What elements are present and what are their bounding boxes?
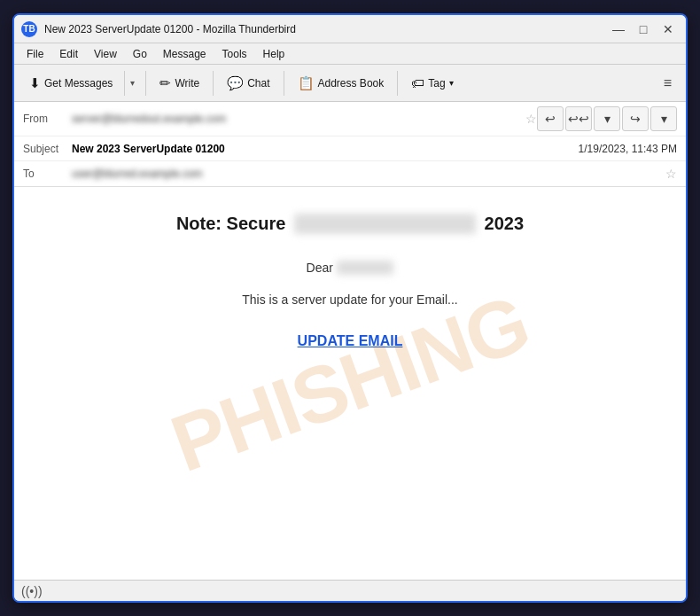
from-label: From [23, 113, 72, 125]
email-body: PHISHING Note: Secure someone@email.com … [14, 187, 686, 580]
email-date: 1/19/2023, 11:43 PM [579, 143, 677, 155]
separator-4 [397, 71, 398, 96]
get-messages-button[interactable]: ⬇ Get Messages [21, 71, 121, 96]
menu-bar: File Edit View Go Message Tools Help [14, 43, 686, 65]
get-messages-dropdown[interactable]: ▾ [124, 71, 140, 96]
to-label: To [23, 168, 72, 180]
to-value: user@blurred.example.com [72, 168, 660, 180]
address-book-icon: 📋 [298, 75, 315, 91]
separator-2 [213, 71, 214, 96]
address-book-button[interactable]: 📋 Address Book [290, 71, 393, 96]
reply-dropdown[interactable]: ▾ [594, 106, 620, 131]
menu-message[interactable]: Message [156, 46, 214, 62]
window-controls: — □ ✕ [608, 20, 679, 38]
tag-dropdown-arrow: ▾ [449, 78, 454, 88]
write-button[interactable]: ✏ Write [152, 71, 207, 96]
hamburger-menu[interactable]: ≡ [657, 72, 679, 95]
email-header: From server@blurredout.example.com ☆ ↩ ↩… [14, 102, 686, 187]
from-value: server@blurredout.example.com [72, 113, 520, 125]
email-dear: Dear Username [307, 261, 394, 275]
app-icon: TB [21, 21, 37, 37]
more-button[interactable]: ▾ [650, 106, 677, 131]
menu-file[interactable]: File [19, 46, 51, 62]
maximize-button[interactable]: □ [633, 20, 654, 38]
window-title: New 2023 ServerUpdate 01200 - Mozilla Th… [44, 23, 608, 35]
tag-icon: 🏷 [411, 75, 424, 90]
menu-help[interactable]: Help [256, 46, 292, 62]
dear-name-blurred: Username [337, 261, 394, 275]
email-blurred: someone@email.com [294, 214, 476, 234]
tag-button[interactable]: 🏷 Tag ▾ [403, 71, 461, 95]
main-window: TB New 2023 ServerUpdate 01200 - Mozilla… [12, 13, 688, 603]
toolbar: ⬇ Get Messages ▾ ✏ Write 💬 Chat 📋 Addres… [14, 65, 686, 102]
update-email-link[interactable]: UPDATE EMAIL [298, 333, 403, 349]
chat-icon: 💬 [227, 75, 244, 91]
star-icon[interactable]: ☆ [525, 112, 537, 126]
separator-3 [284, 71, 284, 96]
email-note-title: Note: Secure someone@email.com 2023 [176, 214, 524, 234]
title-bar: TB New 2023 ServerUpdate 01200 - Mozilla… [14, 15, 686, 43]
subject-row: Subject New 2023 ServerUpdate 01200 1/19… [14, 136, 686, 161]
close-button[interactable]: ✕ [657, 20, 679, 38]
get-messages-icon: ⬇ [29, 75, 41, 91]
email-body-text: This is a server update for your Email..… [242, 292, 458, 307]
reply-buttons: ↩ ↩↩ ▾ ↪ ▾ [537, 106, 677, 131]
menu-go[interactable]: Go [126, 46, 154, 62]
forward-button[interactable]: ↪ [622, 106, 649, 131]
write-icon: ✏ [159, 75, 171, 91]
status-bar: ((•)) [14, 580, 686, 601]
from-row: From server@blurredout.example.com ☆ ↩ ↩… [14, 102, 686, 136]
subject-label: Subject [23, 143, 72, 155]
chat-button[interactable]: 💬 Chat [219, 71, 277, 96]
subject-value: New 2023 ServerUpdate 01200 [72, 143, 579, 155]
watermark: PHISHING [159, 277, 540, 489]
status-icon: ((•)) [21, 584, 43, 598]
to-star-icon[interactable]: ☆ [665, 167, 677, 181]
to-row: To user@blurred.example.com ☆ [14, 161, 686, 186]
reply-all-button[interactable]: ↩↩ [565, 106, 592, 131]
menu-view[interactable]: View [87, 46, 124, 62]
separator-1 [145, 71, 146, 96]
menu-tools[interactable]: Tools [215, 46, 254, 62]
menu-edit[interactable]: Edit [52, 46, 85, 62]
minimize-button[interactable]: — [608, 20, 629, 38]
reply-button[interactable]: ↩ [537, 106, 564, 131]
